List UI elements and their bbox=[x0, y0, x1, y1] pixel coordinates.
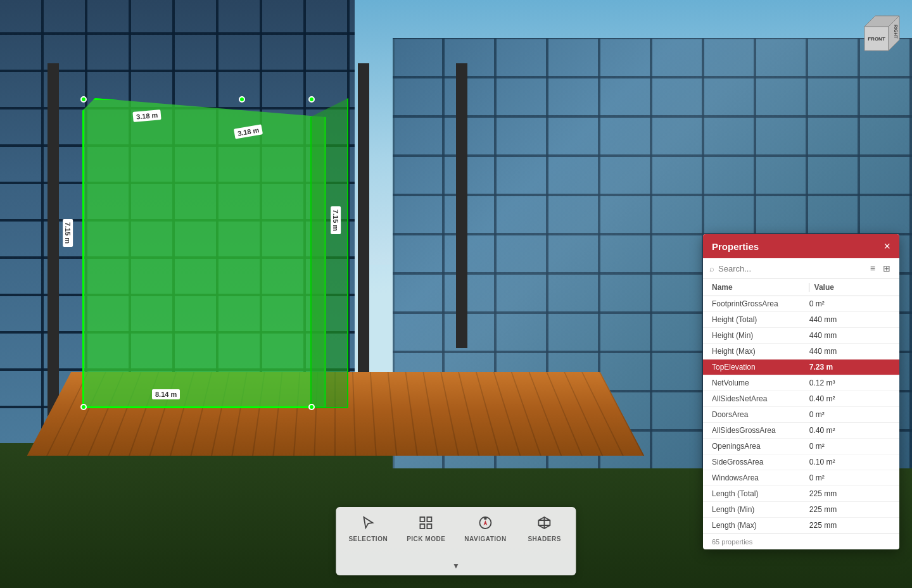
search-row: ⌕ ≡ ⊞ bbox=[703, 258, 899, 279]
property-row[interactable]: OpeningsArea0 m² bbox=[703, 439, 899, 454]
property-row[interactable]: NetVolume0.12 m³ bbox=[703, 375, 899, 391]
property-row[interactable]: AllSidesNetArea0.40 m² bbox=[703, 391, 899, 407]
property-name: NetVolume bbox=[712, 378, 809, 387]
properties-list[interactable]: FootprintGrossArea0 m²Height (Total)440 … bbox=[703, 296, 899, 534]
selected-surface-front[interactable] bbox=[82, 98, 326, 408]
property-row[interactable]: Height (Max)440 mm bbox=[703, 344, 899, 360]
3d-viewport[interactable]: 3.18 m 3.18 m 7.15 m 7.15 m 8.14 m FRONT… bbox=[0, 0, 912, 588]
property-name: AllSidesGrossArea bbox=[712, 426, 809, 435]
toolbar-label-navigation: NAVIGATION bbox=[464, 535, 506, 542]
dimension-bottom: 8.14 m bbox=[152, 389, 180, 399]
property-name: Length (Min) bbox=[712, 505, 809, 514]
toolbar-label-pick-mode: PICK MODE bbox=[407, 535, 445, 542]
svg-rect-6 bbox=[428, 517, 432, 522]
view-cube[interactable]: FRONT RIGHT bbox=[861, 13, 899, 51]
toolbar-button-selection[interactable]: SELECTION bbox=[348, 513, 388, 542]
property-row[interactable]: WindowsArea0 m² bbox=[703, 470, 899, 486]
shaders-icon bbox=[535, 513, 554, 532]
property-name: Length (Max) bbox=[712, 521, 809, 530]
navigation-icon bbox=[476, 513, 495, 532]
property-value: 225 mm bbox=[809, 521, 890, 530]
search-input[interactable] bbox=[718, 264, 864, 273]
property-row[interactable]: FootprintGrossArea0 m² bbox=[703, 296, 899, 312]
property-value: 0.10 m² bbox=[809, 458, 890, 466]
toolbar-button-shaders[interactable]: SHADERS bbox=[526, 513, 564, 542]
property-value: 225 mm bbox=[809, 505, 890, 514]
property-value: 0.40 m² bbox=[809, 426, 890, 435]
selection-icon bbox=[358, 513, 377, 532]
column-headers: Name Value bbox=[703, 279, 899, 296]
toolbar-button-navigation[interactable]: NAVIGATION bbox=[464, 513, 506, 542]
property-row[interactable]: Length (Min)225 mm bbox=[703, 502, 899, 518]
col-name-header: Name bbox=[712, 283, 804, 292]
dimension-right: 7.15 m bbox=[331, 206, 341, 234]
property-value: 7.23 m bbox=[809, 363, 890, 372]
panel-close-button[interactable]: × bbox=[884, 241, 890, 252]
property-name: Height (Min) bbox=[712, 331, 809, 340]
property-value: 0.12 m³ bbox=[809, 378, 890, 387]
bottom-toolbar: SELECTIONPICK MODENAVIGATIONSHADERS ▼ bbox=[336, 507, 576, 575]
sort-button[interactable]: ≡ bbox=[868, 262, 878, 275]
corner-handle-inner-top[interactable] bbox=[239, 96, 245, 103]
corner-handle-tl[interactable] bbox=[80, 96, 87, 103]
property-value: 440 mm bbox=[809, 347, 890, 356]
property-name: AllSidesNetArea bbox=[712, 394, 809, 403]
corner-handle-bl[interactable] bbox=[80, 404, 87, 410]
pick-mode-icon bbox=[417, 513, 436, 532]
col-value-header: Value bbox=[814, 283, 890, 292]
property-value: 0 m² bbox=[809, 442, 890, 451]
dimension-left: 7.15 m bbox=[63, 219, 73, 247]
property-row[interactable]: Height (Min)440 mm bbox=[703, 328, 899, 344]
toolbar-button-group: SELECTIONPICK MODENAVIGATIONSHADERS bbox=[348, 513, 563, 542]
property-value: 225 mm bbox=[809, 489, 890, 498]
property-name: SideGrossArea bbox=[712, 458, 809, 466]
search-icon: ⌕ bbox=[709, 264, 714, 273]
properties-count: 65 properties bbox=[703, 534, 899, 549]
toolbar-button-pick-mode[interactable]: PICK MODE bbox=[407, 513, 445, 542]
corner-handle-br[interactable] bbox=[308, 404, 315, 410]
property-name: DoorsArea bbox=[712, 410, 809, 419]
property-value: 0 m² bbox=[809, 299, 890, 308]
panel-header: Properties × bbox=[703, 234, 899, 258]
svg-text:FRONT: FRONT bbox=[868, 36, 885, 42]
selected-surface-side bbox=[310, 98, 348, 408]
properties-panel: Properties × ⌕ ≡ ⊞ Name Value FootprintG… bbox=[703, 234, 899, 549]
property-row[interactable]: Length (Max)225 mm bbox=[703, 518, 899, 534]
toolbar-label-selection: SELECTION bbox=[348, 535, 388, 542]
toolbar-label-shaders: SHADERS bbox=[528, 535, 560, 542]
property-value: 440 mm bbox=[809, 331, 890, 340]
property-name: TopElevation bbox=[712, 363, 809, 372]
property-name: Height (Total) bbox=[712, 315, 809, 324]
property-name: Height (Max) bbox=[712, 347, 809, 356]
toolbar-collapse-button[interactable]: ▼ bbox=[452, 561, 460, 570]
property-name: Length (Total) bbox=[712, 489, 809, 498]
column-separator bbox=[809, 283, 809, 292]
property-row[interactable]: Length (Total)225 mm bbox=[703, 486, 899, 502]
panel-title: Properties bbox=[712, 241, 759, 252]
corner-handle-tr[interactable] bbox=[308, 96, 315, 103]
svg-rect-8 bbox=[428, 524, 432, 529]
property-row[interactable]: Height (Total)440 mm bbox=[703, 312, 899, 328]
property-row[interactable]: SideGrossArea0.10 m² bbox=[703, 454, 899, 470]
property-value: 0.40 m² bbox=[809, 394, 890, 403]
svg-rect-10 bbox=[484, 517, 486, 520]
svg-text:RIGHT: RIGHT bbox=[894, 25, 898, 39]
filter-button[interactable]: ⊞ bbox=[880, 262, 893, 275]
property-value: 0 m² bbox=[809, 410, 890, 419]
svg-rect-5 bbox=[421, 517, 425, 522]
property-name: FootprintGrossArea bbox=[712, 299, 809, 308]
structural-column-1 bbox=[48, 63, 59, 430]
property-row[interactable]: AllSidesGrossArea0.40 m² bbox=[703, 423, 899, 439]
property-row[interactable]: DoorsArea0 m² bbox=[703, 407, 899, 423]
property-name: WindowsArea bbox=[712, 473, 809, 482]
property-value: 440 mm bbox=[809, 315, 890, 324]
property-value: 0 m² bbox=[809, 473, 890, 482]
property-row[interactable]: TopElevation7.23 m bbox=[703, 360, 899, 375]
svg-rect-7 bbox=[421, 524, 425, 529]
structural-column-3 bbox=[456, 63, 467, 348]
property-name: OpeningsArea bbox=[712, 442, 809, 451]
